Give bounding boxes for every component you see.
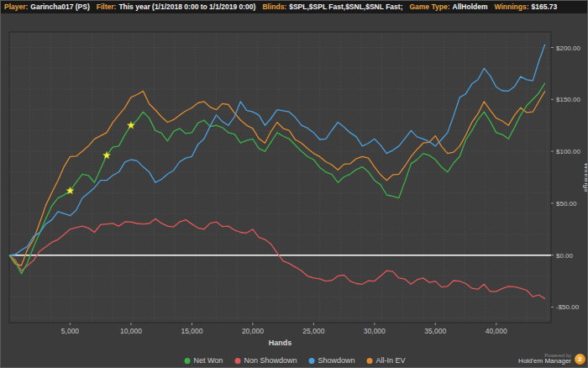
x-tick-label: 25,000 [302, 327, 324, 335]
x-tick-label: 40,000 [486, 327, 507, 335]
y-tick-label: $200.00 [556, 45, 580, 52]
chart-legend: Net WonNon ShowdownShowdownAll-In EV [185, 356, 406, 365]
y-tick-label: $0.00 [556, 252, 574, 260]
x-tick-label: 30,000 [364, 327, 386, 335]
blinds-value[interactable]: $SPL,$SPL Fast,$SNL,$SNL Fast; [289, 1, 402, 13]
x-tick-label: 5,000 [61, 327, 80, 335]
legend-color-dot-icon [185, 358, 191, 364]
winnings-graph-area: 5,00010,00015,00020,00025,00030,00035,00… [1, 13, 588, 367]
x-tick-label: 15,000 [181, 327, 202, 335]
x-tick-label: 20,000 [242, 327, 264, 335]
y-axis-title: Winnings [583, 163, 588, 192]
powered-by-brand: Powered by Hold'em Manager 2 [518, 353, 585, 365]
legend-color-dot-icon [234, 358, 240, 364]
hm2-logo-icon: 2 [575, 354, 585, 365]
filter-label: Filter: [97, 1, 117, 13]
player-value[interactable]: Garincha017 (PS) [30, 1, 89, 13]
player-label: Player: [4, 1, 28, 13]
blinds-label: Blinds: [262, 1, 286, 13]
legend-item-net-won: Net Won [185, 356, 223, 365]
x-tick-label: 35,000 [424, 327, 446, 335]
brand-text: Hold'em Manager [518, 358, 571, 365]
legend-item-non-showdown: Non Showdown [234, 356, 297, 365]
y-tick-label: -$50.00 [556, 303, 580, 311]
winnings-chart: 5,00010,00015,00020,00025,00030,00035,00… [1, 13, 588, 367]
y-tick-label: $100.00 [556, 148, 580, 155]
filter-value[interactable]: This year (1/1/2018 0:00 to 1/1/2019 0:0… [118, 1, 255, 13]
y-tick-label: $150.00 [556, 96, 580, 103]
legend-color-dot-icon [308, 358, 314, 364]
y-tick-label: $50.00 [556, 200, 577, 208]
gametype-label: Game Type: [409, 1, 449, 13]
x-tick-label: 10,000 [120, 327, 142, 335]
legend-color-dot-icon [366, 358, 372, 364]
gametype-value[interactable]: AllHoldem [453, 1, 488, 13]
winnings-label: Winnings: [495, 1, 529, 13]
filter-bar: Player: Garincha017 (PS) Filter: This ye… [1, 1, 587, 13]
x-axis-title: Hands [269, 339, 292, 347]
legend-item-showdown: Showdown [308, 356, 354, 365]
legend-label: Non Showdown [244, 356, 297, 365]
legend-label: Showdown [318, 356, 354, 365]
legend-label: Net Won [194, 356, 223, 365]
winnings-value: $165.73 [532, 1, 558, 13]
legend-label: All-In EV [375, 356, 405, 365]
holdem-manager-graph-window: Player: Garincha017 (PS) Filter: This ye… [0, 0, 588, 368]
legend-item-all-in-ev: All-In EV [366, 356, 405, 365]
